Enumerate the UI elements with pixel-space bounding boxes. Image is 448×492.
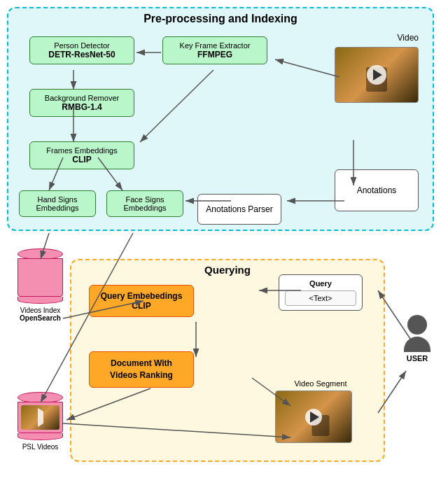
user-label: USER — [407, 354, 428, 363]
person-detector-model: DETR-ResNet-50 — [36, 50, 128, 59]
diagram-container: Pre-processing and Indexing Key Frame Ex… — [0, 0, 448, 492]
bg-remover-label: Background Remover — [36, 94, 128, 102]
video-stack — [335, 47, 426, 103]
frames-emb-model: CLIP — [36, 155, 128, 164]
segment-play-icon — [305, 409, 322, 426]
query-value-box: <Text> — [285, 290, 356, 306]
video-thumbnail — [335, 47, 419, 103]
cylinder-bottom — [18, 297, 63, 304]
psl-cylinder-bottom — [18, 433, 63, 440]
psl-play-icon — [38, 412, 43, 424]
annotations-parser-box: Anotations Parser — [197, 194, 281, 225]
keyframe-model: FFMPEG — [169, 50, 261, 59]
hand-signs-box: Hand SignsEmbeddings — [19, 190, 96, 217]
keyframe-label: Key Frame Extractor — [169, 41, 261, 50]
videos-index-cylinder: Videos Index OpenSearch — [18, 248, 63, 322]
user-body-icon — [404, 337, 430, 352]
play-button-icon — [367, 65, 386, 85]
hand-signs-label: Hand SignsEmbeddings — [25, 195, 90, 212]
query-label: Query — [285, 279, 356, 288]
bg-remover-model: RMBG-1.4 — [36, 102, 128, 112]
psl-thumbnail — [21, 405, 59, 430]
video-segment-label: Video Segment — [275, 379, 366, 388]
person-detector-box: Person Detector DETR-ResNet-50 — [29, 36, 134, 64]
annotations-parser-label: Anotations Parser — [206, 204, 272, 214]
video-label: Video — [398, 33, 419, 43]
query-emb-model: CLIP — [97, 301, 186, 311]
user-head-icon — [407, 315, 427, 335]
annotations-box: Anotations — [335, 169, 419, 211]
annotations-label: Anotations — [357, 185, 397, 195]
video-segment-container: Video Segment — [275, 379, 366, 443]
frames-embeddings-box: Frames Embeddings CLIP — [29, 141, 134, 169]
user-icon-container: USER — [404, 315, 430, 436]
doc-ranking-line2: Videos Ranking — [110, 370, 173, 380]
preprocessing-title: Pre-processing and Indexing — [8, 13, 433, 25]
cylinder-body — [18, 258, 63, 297]
psl-videos-label: PSL Videos — [22, 443, 59, 451]
query-box: Query <Text> — [279, 274, 363, 311]
querying-section: Querying Query Embebedings CLIP Document… — [70, 259, 385, 462]
videos-index-label: Videos Index OpenSearch — [20, 307, 61, 322]
background-remover-box: Background Remover RMBG-1.4 — [29, 89, 134, 117]
preprocessing-section: Pre-processing and Indexing Key Frame Ex… — [7, 7, 434, 231]
video-segment-thumbnail — [275, 391, 352, 443]
query-value: <Text> — [309, 294, 332, 302]
document-ranking-box: Document With Videos Ranking — [89, 351, 194, 388]
query-emb-label: Query Embebedings — [97, 291, 186, 301]
frames-emb-label: Frames Embeddings — [36, 146, 128, 155]
query-embeddings-box: Query Embebedings CLIP — [89, 285, 194, 317]
face-signs-label: Face SignsEmbeddings — [113, 195, 177, 212]
doc-ranking-line1: Document With — [111, 358, 172, 368]
face-signs-box: Face SignsEmbeddings — [106, 190, 183, 217]
person-detector-label: Person Detector — [36, 41, 128, 50]
keyframe-extractor-box: Key Frame Extractor FFMPEG — [162, 36, 267, 64]
psl-cylinder-body — [18, 402, 63, 433]
psl-videos-cylinder: PSL Videos — [18, 392, 63, 451]
